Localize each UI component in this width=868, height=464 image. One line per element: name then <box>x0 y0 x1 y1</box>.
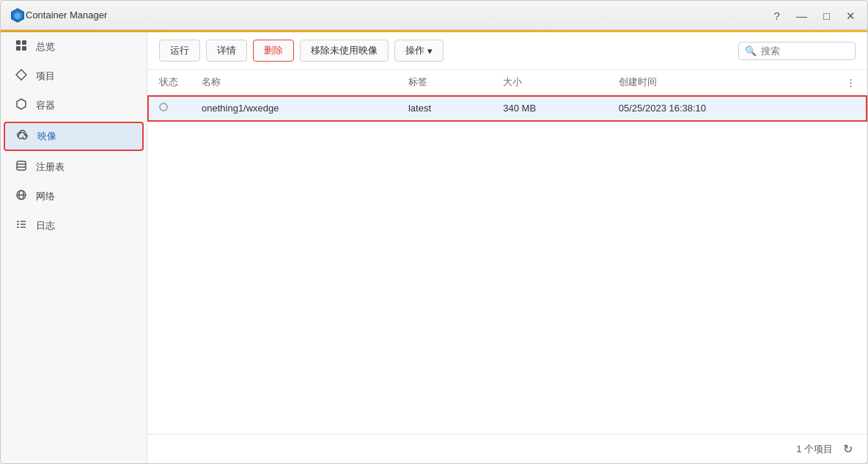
table-header-row: 状态 名称 标签 大小 创建时间 ⋮ <box>147 70 867 95</box>
col-created: 创建时间 <box>607 70 834 95</box>
svg-rect-3 <box>16 40 21 45</box>
more-icon[interactable]: ⋮ <box>846 77 856 88</box>
chevron-down-icon: ▾ <box>427 45 433 56</box>
search-input[interactable] <box>761 45 849 56</box>
sidebar-item-image[interactable]: 映像 <box>4 122 144 151</box>
svg-rect-5 <box>16 46 21 51</box>
content-area: 运行 详情 删除 移除未使用映像 操作 ▾ 🔍 <box>147 32 867 463</box>
maximize-button[interactable]: □ <box>820 8 833 22</box>
delete-button[interactable]: 删除 <box>253 40 294 62</box>
minimize-button[interactable]: — <box>793 8 810 22</box>
search-icon: 🔍 <box>745 45 757 56</box>
svg-rect-9 <box>17 161 26 170</box>
table-row[interactable]: onething1/wxedge latest 340 MB 05/25/202… <box>147 95 867 122</box>
table-container: 状态 名称 标签 大小 创建时间 ⋮ <box>147 70 867 434</box>
diamond-icon <box>14 69 29 84</box>
sidebar-item-network[interactable]: 网络 <box>1 182 147 211</box>
app-logo <box>10 7 26 23</box>
title-bar: Container Manager ? — □ ✕ <box>1 1 867 30</box>
images-table: 状态 名称 标签 大小 创建时间 ⋮ <box>147 70 867 122</box>
move-button[interactable]: 移除未使用映像 <box>300 40 389 62</box>
svg-marker-8 <box>17 99 26 109</box>
sidebar-item-overview[interactable]: 总览 <box>1 32 147 62</box>
item-count: 1 个项目 <box>796 443 833 456</box>
window-title: Container Manager <box>26 10 107 21</box>
cell-row-action <box>834 95 867 122</box>
cell-name: onething1/wxedge <box>190 95 397 122</box>
footer: 1 个项目 ↻ <box>147 434 867 463</box>
cloud-icon <box>15 129 30 144</box>
toolbar: 运行 详情 删除 移除未使用映像 操作 ▾ 🔍 <box>147 32 867 70</box>
help-button[interactable]: ? <box>771 8 783 22</box>
hexagon-icon <box>14 98 29 113</box>
sidebar-label-project: 项目 <box>36 70 55 83</box>
sidebar-label-overview: 总览 <box>36 40 55 54</box>
run-button[interactable]: 运行 <box>159 40 200 62</box>
close-button[interactable]: ✕ <box>843 8 858 22</box>
col-tag: 标签 <box>397 70 491 95</box>
svg-rect-6 <box>22 46 26 51</box>
cell-created: 05/25/2023 16:38:10 <box>607 95 834 122</box>
col-name: 名称 <box>190 70 397 95</box>
network-icon <box>14 189 29 204</box>
svg-marker-7 <box>16 70 26 80</box>
sidebar-label-network: 网络 <box>36 190 55 203</box>
log-icon <box>14 218 29 233</box>
refresh-button[interactable]: ↻ <box>840 441 856 457</box>
col-status: 状态 <box>147 70 190 95</box>
registry-icon <box>14 160 29 174</box>
svg-rect-4 <box>22 40 26 45</box>
sidebar-item-log[interactable]: 日志 <box>1 211 147 240</box>
sidebar-label-container: 容器 <box>36 99 55 112</box>
action-button[interactable]: 操作 ▾ <box>394 40 444 62</box>
main-layout: 总览 项目 容器 映像 <box>1 32 867 463</box>
grid-icon <box>14 40 29 54</box>
cell-status <box>147 95 190 122</box>
detail-button[interactable]: 详情 <box>206 40 247 62</box>
sidebar-item-project[interactable]: 项目 <box>1 62 147 91</box>
search-box: 🔍 <box>738 42 856 60</box>
window-controls: ? — □ ✕ <box>771 8 858 22</box>
cell-tag: latest <box>397 95 491 122</box>
sidebar: 总览 项目 容器 映像 <box>1 32 147 463</box>
sidebar-label-registry: 注册表 <box>36 161 65 174</box>
col-actions: ⋮ <box>834 70 867 95</box>
sidebar-item-container[interactable]: 容器 <box>1 91 147 120</box>
cell-size: 340 MB <box>491 95 606 122</box>
status-circle <box>159 103 168 111</box>
col-size: 大小 <box>491 70 606 95</box>
app-window: Container Manager ? — □ ✕ 总览 项目 <box>0 0 868 464</box>
sidebar-label-image: 映像 <box>37 130 56 143</box>
sidebar-label-log: 日志 <box>36 219 55 232</box>
sidebar-item-registry[interactable]: 注册表 <box>1 152 147 182</box>
